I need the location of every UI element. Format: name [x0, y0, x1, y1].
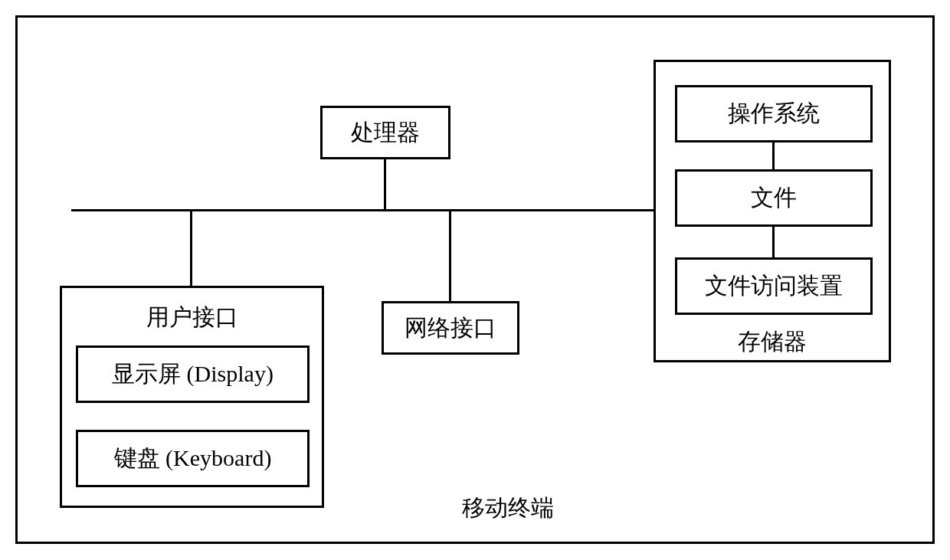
- user-interface-container: 用户接口 显示屏 (Display) 键盘 (Keyboard): [60, 286, 324, 508]
- user-interface-connector: [190, 209, 192, 286]
- storage-connector-2: [772, 227, 775, 257]
- keyboard-box: 键盘 (Keyboard): [76, 430, 310, 487]
- processor-label: 处理器: [351, 117, 420, 149]
- file-label: 文件: [751, 182, 797, 214]
- mobile-terminal-title: 移动终端: [431, 493, 585, 524]
- display-box: 显示屏 (Display): [76, 345, 310, 403]
- file-access-box: 文件访问装置: [675, 257, 873, 315]
- display-label: 显示屏 (Display): [112, 359, 274, 390]
- keyboard-label: 键盘 (Keyboard): [114, 443, 272, 474]
- os-label: 操作系统: [728, 98, 820, 129]
- user-interface-title: 用户接口: [62, 302, 322, 333]
- mobile-terminal-container: 处理器 网络接口 用户接口 显示屏 (Display) 键盘 (Keyboard…: [15, 15, 935, 544]
- storage-title: 存储器: [656, 326, 889, 358]
- file-access-label: 文件访问装置: [705, 270, 843, 302]
- processor-connector: [384, 159, 386, 209]
- storage-container: 操作系统 文件 文件访问装置 存储器: [654, 60, 891, 362]
- bus-line: [71, 209, 654, 211]
- network-interface-label: 网络接口: [405, 313, 496, 344]
- network-interface-box: 网络接口: [382, 301, 519, 355]
- file-box: 文件: [675, 169, 873, 227]
- os-box: 操作系统: [675, 85, 873, 142]
- processor-box: 处理器: [320, 106, 450, 159]
- storage-connector-1: [772, 142, 775, 169]
- network-connector: [449, 209, 451, 301]
